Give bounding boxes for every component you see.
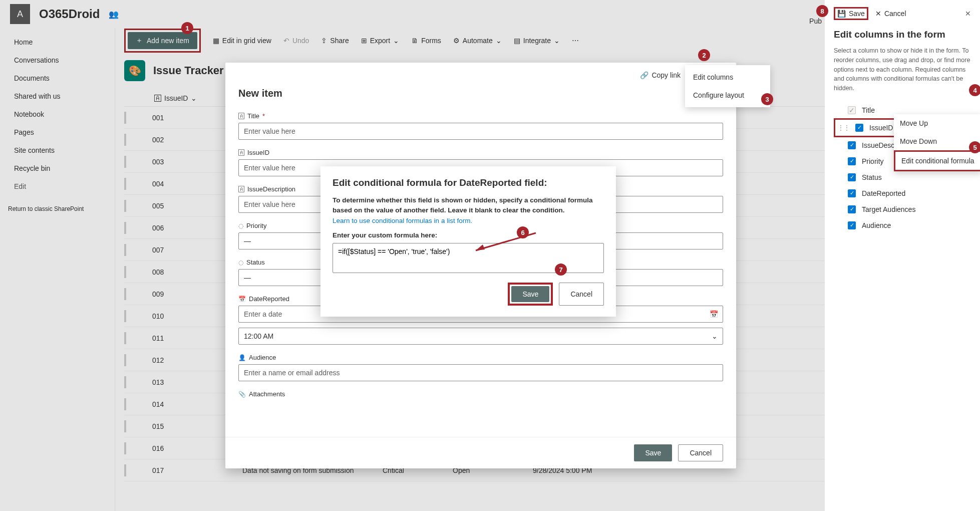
checkbox-icon[interactable]: ✓: [848, 189, 856, 197]
drag-handle-icon[interactable]: ⋮⋮: [837, 124, 849, 132]
ctx-edit-formula[interactable]: Edit conditional formula: [894, 150, 980, 171]
field-label-issueid: IssueID: [247, 149, 269, 156]
row-marker: [124, 332, 127, 344]
link-icon: 🔗: [640, 71, 648, 79]
cond-desc: To determine whether this field is shown…: [333, 195, 604, 216]
integrate-label: Integrate: [523, 37, 551, 45]
row-marker: [124, 112, 127, 124]
cell-issueid: 008: [147, 268, 237, 276]
forms-button[interactable]: 🗎Forms: [411, 37, 441, 45]
annotation-badge-5: 5: [969, 141, 980, 153]
title-input[interactable]: [238, 123, 723, 140]
checkbox-icon: ✓: [848, 106, 856, 114]
modal-save-button[interactable]: Save: [634, 444, 672, 461]
col-row-datereported[interactable]: ✓ DateReported: [834, 185, 971, 201]
status-value: —: [244, 274, 251, 282]
checkbox-icon[interactable]: ✓: [848, 141, 856, 149]
col-row-status[interactable]: ✓ Status: [834, 169, 971, 185]
panel-cancel-button[interactable]: ✕Cancel: [875, 10, 906, 18]
sidebar-item-documents[interactable]: Documents: [0, 69, 115, 87]
automate-label: Automate: [463, 37, 493, 45]
checkbox-icon[interactable]: ✓: [848, 173, 856, 181]
cell-issueid: 002: [147, 136, 237, 144]
close-icon: ✕: [875, 10, 881, 18]
field-label-audience: Audience: [249, 354, 276, 361]
annotation-badge-6: 6: [517, 226, 529, 238]
classic-link[interactable]: Return to classic SharePoint: [0, 195, 115, 222]
annotation-badge-8: 8: [816, 5, 828, 17]
more-button[interactable]: ⋯: [572, 37, 579, 45]
col-header-label: IssueID: [164, 94, 188, 102]
row-marker: [124, 464, 127, 476]
cell-issueid: 005: [147, 202, 237, 210]
cell-issueid: 010: [147, 312, 237, 320]
calendar-icon[interactable]: 📅: [710, 310, 718, 318]
export-icon: ⊞: [361, 37, 367, 45]
cond-learn-link[interactable]: Learn to use conditional formulas in a l…: [333, 217, 604, 224]
checkbox-icon[interactable]: ✓: [855, 124, 863, 132]
annotation-badge-7: 7: [555, 264, 567, 276]
cell-issueid: 001: [147, 114, 237, 122]
col-row-targetaudiences[interactable]: ✓ Target Audiences: [834, 201, 971, 217]
col-name-targetaudiences: Target Audiences: [862, 205, 915, 213]
undo-label: Undo: [292, 37, 309, 45]
sidebar-item-recycle[interactable]: Recycle bin: [0, 159, 115, 177]
list-icon: 🎨: [124, 60, 145, 81]
cond-label: Enter your custom formula here:: [333, 231, 604, 239]
undo-icon: ↶: [283, 37, 289, 45]
sidebar-item-pages[interactable]: Pages: [0, 123, 115, 141]
export-button[interactable]: ⊞Export⌄: [361, 37, 399, 45]
add-new-item-button[interactable]: ＋ Add new item: [128, 32, 197, 49]
integrate-button[interactable]: ▤Integrate⌄: [514, 37, 560, 45]
col-name-datereported: DateReported: [862, 189, 905, 197]
row-marker: [124, 156, 127, 168]
edit-grid-label: Edit in grid view: [222, 37, 271, 45]
col-row-audience[interactable]: ✓ Audience: [834, 217, 971, 233]
cell-issueid: 015: [147, 422, 237, 430]
ctx-move-up[interactable]: Move Up: [894, 114, 980, 132]
sidebar-item-home[interactable]: Home: [0, 33, 115, 51]
ctx-move-down[interactable]: Move Down: [894, 132, 980, 150]
menu-configure-layout[interactable]: Configure layout: [685, 86, 770, 104]
undo-button[interactable]: ↶Undo: [283, 37, 309, 45]
annotation-badge-4: 4: [969, 84, 980, 96]
time-select[interactable]: 12:00 AM⌄: [238, 328, 723, 345]
checkbox-icon[interactable]: ✓: [848, 221, 856, 229]
panel-close-icon[interactable]: ✕: [965, 10, 971, 18]
conditional-formula-dialog: Edit conditional formula for DateReporte…: [320, 166, 616, 317]
cell-issueid: 007: [147, 246, 237, 254]
row-marker: [124, 178, 127, 190]
required-marker: *: [262, 112, 265, 120]
share-button[interactable]: ⇪Share: [321, 37, 349, 45]
modal-cancel-button[interactable]: Cancel: [678, 444, 723, 461]
sidebar-item-sitecontents[interactable]: Site contents: [0, 141, 115, 159]
sidebar-item-shared[interactable]: Shared with us: [0, 87, 115, 105]
edit-grid-button[interactable]: ▦Edit in grid view: [213, 37, 271, 45]
add-new-item-label: Add new item: [147, 37, 189, 45]
panel-save-button[interactable]: 💾Save: [837, 10, 865, 18]
calendar-icon: 📅: [238, 296, 246, 303]
sidebar-item-notebook[interactable]: Notebook: [0, 105, 115, 123]
row-marker: [124, 398, 127, 410]
panel-save-label: Save: [849, 10, 865, 18]
text-icon: 🄰: [238, 186, 244, 193]
col-name-desc: IssueDescr: [862, 141, 897, 149]
row-marker: [124, 442, 127, 454]
menu-edit-columns[interactable]: Edit columns: [685, 68, 770, 86]
grid-icon: ▦: [213, 37, 219, 45]
cell-issueid: 006: [147, 224, 237, 232]
automate-button[interactable]: ⚙Automate⌄: [453, 37, 502, 45]
row-marker: [124, 200, 127, 212]
cond-cancel-button[interactable]: Cancel: [559, 283, 604, 306]
form-settings-menu: Edit columns Configure layout: [685, 65, 770, 107]
share-icon: ⇪: [321, 37, 327, 45]
audience-input[interactable]: [238, 364, 723, 381]
checkbox-icon[interactable]: ✓: [848, 205, 856, 213]
sidebar-item-conversations[interactable]: Conversations: [0, 51, 115, 69]
row-marker: [124, 376, 127, 388]
chevron-down-icon: ⌄: [191, 94, 197, 102]
copy-link-button[interactable]: 🔗Copy link: [640, 71, 681, 79]
cond-save-button[interactable]: Save: [511, 286, 549, 302]
sidebar-item-edit[interactable]: Edit: [0, 177, 115, 195]
checkbox-icon[interactable]: ✓: [848, 157, 856, 165]
